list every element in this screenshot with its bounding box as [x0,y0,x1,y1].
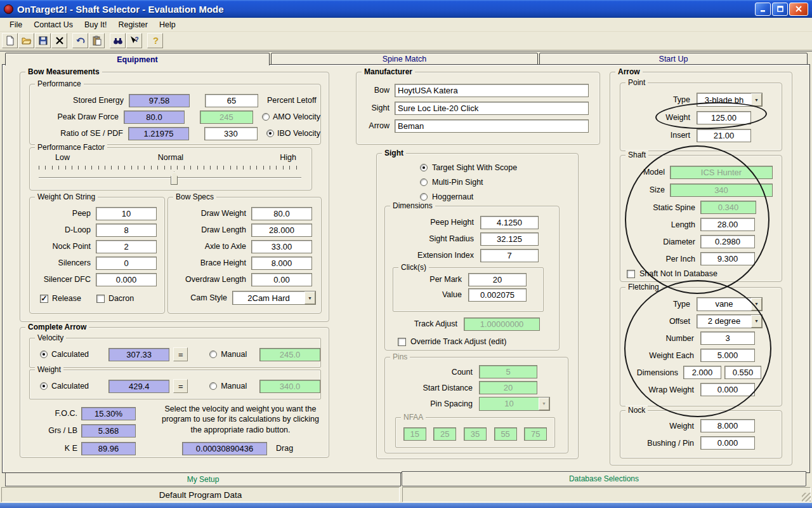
close-button[interactable] [789,3,808,16]
undo-button[interactable] [72,33,88,48]
peep-field[interactable]: 10 [96,207,157,220]
manufacturer-arrow-field[interactable]: Beman [395,119,589,133]
velocity-calculated-field[interactable]: 307.33 [108,348,169,361]
point-type-dropdown-arrow-icon[interactable]: ▼ [751,93,762,106]
wrap-weight-field[interactable]: 0.000 [700,383,755,396]
extension-index-field[interactable]: 7 [480,249,539,262]
delete-button[interactable] [51,33,67,48]
weight-equals-button[interactable]: = [173,379,188,393]
point-insert-field[interactable]: 21.00 [697,129,751,142]
release-checkbox[interactable]: ✓ [40,295,48,303]
fletching-type-dropdown[interactable]: vane ▼ [697,297,763,311]
toolbar-separator [105,33,110,48]
resize-grip[interactable] [802,493,811,502]
weight-manual-radio[interactable] [209,382,217,390]
silencers-field[interactable]: 0 [96,257,157,270]
fletching-dimension2-field[interactable]: 0.550 [724,366,761,379]
bushing-pin-field[interactable]: 0.000 [700,436,755,450]
shaft-diameter-field[interactable]: 0.2980 [700,235,755,248]
menu-contact-us[interactable]: Contact Us [28,19,79,30]
fletching-dimension1-field[interactable]: 2.000 [683,366,721,379]
sight-radius-field[interactable]: 32.125 [480,232,539,246]
help-button[interactable]: ? [147,33,163,48]
amo-velocity-radio[interactable] [262,113,270,121]
shaft-length-field[interactable]: 28.00 [700,218,755,231]
weight-group: Weight Calculated 429.4 = Manual 340.0 [29,370,321,399]
cam-style-dropdown-arrow-icon[interactable]: ▼ [304,291,315,304]
performance-title: Performance [35,79,84,88]
silencer-dfc-label: Silencer DFC [30,275,91,284]
fletching-number-field[interactable]: 3 [700,331,755,345]
tab-start-up[interactable]: Start Up [539,53,808,65]
dacron-label: Dacron [108,294,134,303]
cam-style-dropdown[interactable]: 2Cam Hard ▼ [232,291,316,305]
per-inch-field[interactable]: 9.300 [700,252,755,265]
maximize-button[interactable] [772,3,788,16]
percent-letoff-field[interactable]: 65 [205,94,258,107]
point-type-dropdown[interactable]: 3-blade bh ▼ [697,93,763,107]
axle-to-axle-field[interactable]: 33.00 [251,240,312,253]
performance-factor-slider-track[interactable] [39,177,301,178]
nock-point-field[interactable]: 2 [96,240,157,253]
fletching-offset-dropdown-arrow-icon[interactable]: ▼ [751,315,762,328]
menu-register[interactable]: Register [112,19,154,30]
performance-factor-slider-thumb[interactable] [171,171,178,185]
point-weight-field[interactable]: 125.00 [697,111,751,124]
velocity-equals-button[interactable]: = [173,347,188,361]
arrow-title: Arrow [615,67,643,76]
weight-calculated-radio[interactable] [40,382,48,390]
menu-file[interactable]: File [4,19,28,30]
stored-energy-field[interactable]: 97.58 [129,94,190,107]
fletching-offset-value: 2 degree [697,315,751,328]
ibo-velocity-field[interactable]: 330 [204,127,258,140]
overdraw-length-field[interactable]: 0.00 [251,273,312,286]
nock-weight-field[interactable]: 8.000 [700,419,755,432]
draw-length-field[interactable]: 28.000 [251,224,312,237]
save-button[interactable] [35,33,51,48]
minimize-button[interactable] [755,3,771,16]
context-help-button[interactable]: ? [126,33,142,48]
open-file-button[interactable] [18,33,34,48]
fletching-type-label: Type [620,300,690,309]
draw-weight-field[interactable]: 80.0 [251,207,312,220]
tab-equipment[interactable]: Equipment [5,53,270,65]
velocity-calculated-radio[interactable] [40,351,48,358]
peep-label: Peep [30,209,91,218]
override-track-adjust-checkbox[interactable] [398,338,406,346]
d-loop-field[interactable]: 8 [96,224,157,237]
static-spine-label: Static Spine [620,203,695,212]
peep-height-field[interactable]: 4.1250 [480,216,539,229]
hoggernaut-radio[interactable] [420,193,428,201]
peak-draw-force-field[interactable]: 80.0 [124,110,185,124]
bottom-tab-my-setup[interactable]: My Setup [5,473,401,486]
velocity-manual-radio[interactable] [209,351,217,358]
manufacturer-sight-field[interactable]: Sure Loc Lite-20 Click [395,102,589,115]
fletching-number-label: Number [620,334,694,343]
target-sight-with-scope-radio[interactable] [420,164,428,171]
weight-each-field[interactable]: 5.000 [700,349,755,362]
manufacturer-bow-label: Bow [357,86,390,95]
shaft-not-in-database-checkbox[interactable] [627,270,635,278]
ratio-se-pdf-field[interactable]: 1.21975 [128,127,189,140]
title-bar: OnTarget2! - Shaft Selector - Evaluation… [0,0,812,18]
dacron-checkbox[interactable] [96,295,105,303]
fletching-offset-dropdown[interactable]: 2 degree ▼ [697,314,763,328]
menu-help[interactable]: Help [154,19,181,30]
fletching-type-dropdown-arrow-icon[interactable]: ▼ [751,298,762,311]
new-file-button[interactable] [2,33,18,48]
brace-height-field[interactable]: 8.000 [251,257,312,270]
ibo-velocity-radio[interactable] [266,130,274,137]
tab-spine-match[interactable]: Spine Match [271,53,538,65]
per-inch-label: Per Inch [620,255,695,264]
paste-button[interactable] [89,33,105,48]
bottom-tab-database-selections[interactable]: Database Selections [402,471,806,486]
ibo-velocity-label: IBO Velocity [277,129,320,138]
per-mark-field[interactable]: 20 [468,273,527,286]
click-value-field[interactable]: 0.002075 [468,288,527,302]
menu-buy-it[interactable]: Buy It! [79,19,112,30]
find-button[interactable] [110,33,126,48]
silencer-dfc-field[interactable]: 0.000 [96,273,157,286]
weight-calculated-field[interactable]: 429.4 [108,380,169,393]
multi-pin-sight-radio[interactable] [420,178,428,186]
manufacturer-bow-field[interactable]: HoytUSA Katera [395,84,589,97]
